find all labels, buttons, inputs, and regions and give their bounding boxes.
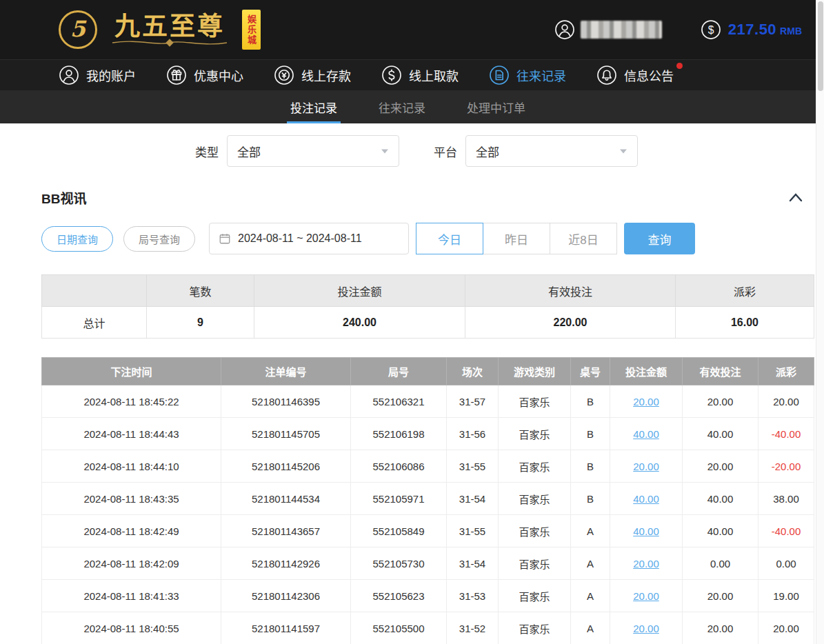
session: 31-54 — [447, 483, 499, 515]
bet-header-cell: 下注时间 — [42, 358, 221, 385]
bet-time: 2024-08-11 18:45:22 — [42, 385, 221, 418]
nav-label: 我的账户 — [86, 66, 136, 84]
bet-row: 2024-08-11 18:42:49521801143657552105849… — [42, 515, 814, 547]
valid-bet: 20.00 — [683, 580, 758, 612]
order-number: 521801142306 — [221, 580, 351, 612]
logo-badge: 娱乐城 — [242, 10, 261, 50]
session: 31-56 — [447, 418, 499, 450]
valid-bet: 20.00 — [683, 612, 758, 644]
user-area: $ 217.50 RMB — [554, 19, 802, 40]
bet-amount-cell: 20.00 — [610, 612, 683, 644]
nav-item-promo[interactable]: 优惠中心 — [166, 65, 243, 85]
scrollbar-thumb[interactable] — [818, 1, 823, 91]
bet-amount-link[interactable]: 20.00 — [633, 558, 659, 570]
table-number: A — [571, 612, 610, 644]
scrollbar[interactable] — [816, 0, 824, 644]
bet-amount-link[interactable]: 20.00 — [633, 590, 659, 602]
type-select[interactable]: 全部 — [227, 135, 399, 167]
nav-label: 线上存款 — [301, 66, 351, 84]
payout: 19.00 — [758, 580, 814, 612]
game-type: 百家乐 — [499, 385, 571, 418]
summary-header-cell: 有效投注 — [465, 275, 676, 307]
session: 31-55 — [447, 515, 499, 547]
bet-time: 2024-08-11 18:42:09 — [42, 547, 221, 580]
bet-amount-link[interactable]: 40.00 — [633, 525, 659, 537]
round-number: 552105971 — [351, 483, 447, 515]
yesterday-button[interactable]: 昨日 — [483, 223, 550, 254]
summary-total-row: 总计9240.00220.0016.00 — [42, 307, 814, 339]
order-number: 521801141597 — [221, 612, 351, 644]
summary-header-row: 笔数投注金额有效投注派彩 — [42, 275, 814, 307]
summary-header-cell: 笔数 — [147, 275, 254, 307]
bet-table: 下注时间注单编号局号场次游戏类别桌号投注金额有效投注派彩 2024-08-11 … — [41, 357, 814, 644]
site-logo[interactable]: 5 九五至尊 娱乐城 — [59, 10, 261, 50]
game-type: 百家乐 — [499, 580, 571, 612]
nav-item-deposit[interactable]: 线上存款 — [274, 65, 351, 85]
nav-item-account[interactable]: 我的账户 — [59, 65, 136, 85]
round-number: 552106086 — [351, 450, 447, 483]
date-range-input[interactable]: 2024-08-11 ~ 2024-08-11 — [209, 223, 409, 254]
bet-amount-cell: 40.00 — [610, 418, 683, 450]
platform-select[interactable]: 全部 — [465, 135, 638, 167]
round-number: 552106198 — [351, 418, 447, 450]
bet-amount-link[interactable]: 20.00 — [633, 396, 659, 407]
today-button[interactable]: 今日 — [416, 223, 483, 254]
table-number: A — [571, 515, 610, 547]
withdraw-icon — [381, 65, 402, 85]
bet-header-cell: 投注金额 — [610, 358, 683, 385]
tab-processing-orders[interactable]: 处理中订单 — [465, 90, 527, 123]
bet-time: 2024-08-11 18:43:35 — [42, 483, 221, 515]
summary-header-cell — [42, 275, 147, 307]
order-number: 521801143657 — [221, 515, 351, 547]
nav-label: 线上取款 — [409, 66, 459, 84]
payout: -20.00 — [758, 450, 814, 483]
bet-time: 2024-08-11 18:44:43 — [42, 418, 221, 450]
bet-amount-cell: 20.00 — [610, 580, 683, 612]
valid-bet: 20.00 — [683, 385, 758, 418]
avatar-icon[interactable] — [554, 19, 575, 40]
logo-title: 九五至尊 — [114, 12, 225, 41]
balance-amount[interactable]: 217.50 — [728, 21, 776, 39]
session: 31-54 — [447, 547, 499, 580]
bet-amount-link[interactable]: 40.00 — [633, 493, 659, 505]
section-title: BB视讯 — [41, 188, 86, 207]
search-button[interactable]: 查询 — [624, 223, 695, 254]
section-header: BB视讯 — [41, 189, 803, 205]
nav-item-withdraw[interactable]: 线上取款 — [381, 65, 459, 85]
bet-header-cell: 桌号 — [571, 358, 610, 385]
tab-bet-records[interactable]: 投注记录 — [288, 90, 339, 123]
table-number: A — [571, 547, 610, 580]
bet-amount-link[interactable]: 40.00 — [633, 428, 659, 440]
last-8-days-button[interactable]: 近8日 — [550, 223, 617, 254]
bet-amount-link[interactable]: 20.00 — [633, 461, 659, 472]
nav-label: 信息公告 — [624, 66, 674, 84]
table-number: B — [571, 483, 610, 515]
collapse-chevron-up-icon[interactable] — [788, 192, 803, 202]
round-number: 552105623 — [351, 580, 447, 612]
nav-item-notice[interactable]: 信息公告 — [596, 65, 674, 85]
deposit-icon — [274, 65, 294, 85]
valid-bet: 40.00 — [683, 418, 758, 450]
nav-item-records[interactable]: 往来记录 — [489, 65, 566, 85]
bet-time: 2024-08-11 18:42:49 — [42, 515, 221, 547]
nav-label: 往来记录 — [516, 66, 566, 84]
bell-icon — [596, 65, 617, 85]
payout: 0.00 — [758, 547, 814, 580]
bet-time: 2024-08-11 18:44:10 — [42, 450, 221, 483]
tab-transaction-records[interactable]: 往来记录 — [376, 90, 428, 123]
game-type: 百家乐 — [499, 612, 571, 644]
top-header: 5 九五至尊 娱乐城 $ 217. — [0, 0, 816, 59]
payout: -40.00 — [758, 515, 814, 547]
user-icon — [59, 65, 79, 85]
table-number: B — [571, 450, 610, 483]
order-number: 521801142926 — [221, 547, 351, 580]
bet-table-header-row: 下注时间注单编号局号场次游戏类别桌号投注金额有效投注派彩 — [42, 358, 814, 385]
round-number: 552106321 — [351, 385, 447, 418]
bet-row: 2024-08-11 18:43:35521801144534552105971… — [42, 483, 814, 515]
table-number: B — [571, 385, 610, 418]
username-blurred — [581, 21, 662, 39]
page-root: 5 九五至尊 娱乐城 $ 217. — [0, 0, 816, 644]
date-query-button[interactable]: 日期查询 — [41, 226, 113, 252]
bet-amount-link[interactable]: 20.00 — [633, 623, 659, 634]
round-query-button[interactable]: 局号查询 — [123, 226, 195, 252]
